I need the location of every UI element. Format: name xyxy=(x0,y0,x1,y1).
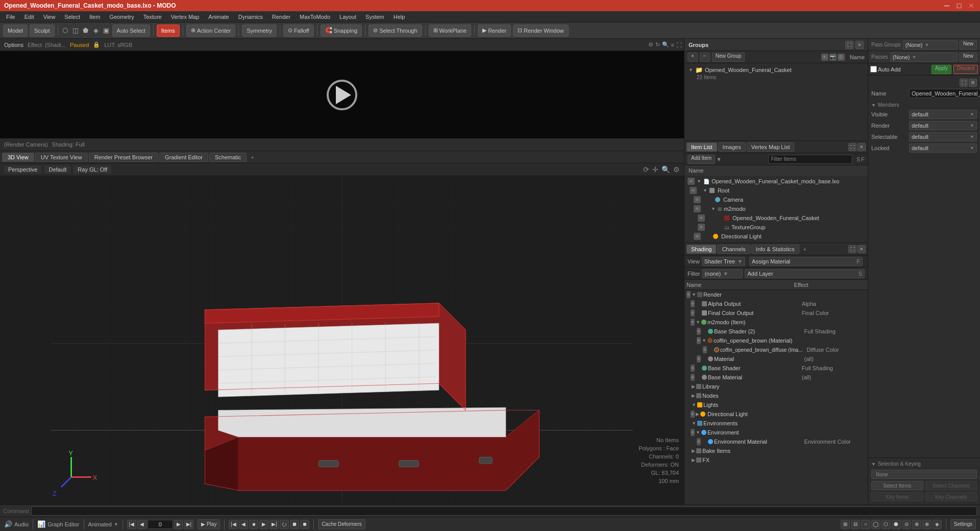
vp-look-icon[interactable]: ✛ xyxy=(652,165,658,174)
settings-btn[interactable]: Settings xyxy=(950,519,976,529)
menu-texture[interactable]: Texture xyxy=(139,13,166,21)
window-controls[interactable]: ─ □ ✕ xyxy=(942,2,976,10)
item-vis-7[interactable]: 👁 xyxy=(694,233,701,240)
shader-vis-dirlight[interactable]: 👁 xyxy=(691,411,695,418)
model-btn[interactable]: Model xyxy=(3,25,28,37)
extra-8[interactable]: ⊕ xyxy=(912,520,921,529)
render-expand-arrow[interactable]: ▼ xyxy=(692,292,696,297)
menu-vertex-map[interactable]: Vertex Map xyxy=(167,13,204,21)
filter-none-select[interactable]: (none) ▼ xyxy=(702,269,743,278)
groups-eye-3[interactable]: ⦿ xyxy=(838,54,845,61)
shader-row-library[interactable]: 👁 ▶ Library xyxy=(684,382,868,391)
go-to-end-btn[interactable]: ▶| xyxy=(184,520,193,529)
shader-row-bake[interactable]: 👁 ▶ Bake Items xyxy=(684,446,868,455)
prop-expand-all[interactable]: ⛶ xyxy=(960,79,968,87)
shader-row-alpha[interactable]: 👁 Alpha Output Alpha▼ xyxy=(684,299,868,308)
play-btn[interactable]: ▶ Play xyxy=(198,519,220,529)
shader-row-fx[interactable]: 👁 ▶ FX xyxy=(684,455,868,465)
menu-edit[interactable]: Edit xyxy=(20,13,38,21)
root-expand[interactable]: ▼ xyxy=(699,188,707,193)
transport-2[interactable]: ◀ xyxy=(239,520,248,529)
menu-select[interactable]: Select xyxy=(60,13,84,21)
shader-vis-env[interactable]: 👁 xyxy=(691,429,695,436)
shader-row-nodes[interactable]: 👁 ▶ Nodes xyxy=(684,391,868,400)
add-layer-btn[interactable]: Add Layer S xyxy=(745,269,865,278)
key-channels-btn[interactable]: Key Channels xyxy=(925,492,977,501)
render-expand-icon[interactable]: ⚙ xyxy=(648,41,653,48)
menu-geometry[interactable]: Geometry xyxy=(105,13,138,21)
tab-channels[interactable]: Channels xyxy=(717,245,750,254)
transport-6[interactable]: ⭮ xyxy=(280,520,289,529)
nodes-expand[interactable]: ▶ xyxy=(692,393,695,398)
passes-select[interactable]: (None) ▼ xyxy=(890,53,958,62)
select-items-btn[interactable]: Select Items xyxy=(871,481,923,490)
fx-expand[interactable]: ▶ xyxy=(692,457,695,463)
extra-4[interactable]: ◯ xyxy=(871,520,880,529)
extra-1[interactable]: ⊞ xyxy=(841,520,850,529)
command-input[interactable] xyxy=(31,506,977,516)
mode-icon-5[interactable]: ▣ xyxy=(102,27,110,35)
next-frame-btn[interactable]: ▶ xyxy=(174,520,183,529)
item-vis-icon[interactable]: 👁 xyxy=(688,178,695,185)
sculpt-btn[interactable]: Sculpt xyxy=(30,25,55,37)
viewport-style-label[interactable]: Default xyxy=(44,165,70,174)
menu-help[interactable]: Help xyxy=(389,13,409,21)
sel-expand[interactable]: ▼ xyxy=(871,462,876,467)
pass-groups-select[interactable]: (None) ▼ xyxy=(903,40,958,50)
shader-vis-bs[interactable]: 👁 xyxy=(691,365,695,372)
scene-expand-icon[interactable]: ▼ xyxy=(697,179,701,184)
shader-vis-base2[interactable]: 👁 xyxy=(697,328,701,335)
tab-vertex-map-list[interactable]: Vertex Map List xyxy=(747,142,795,152)
shader-row-coffin-mat[interactable]: 👁 ▼ coffin_opened_brown (Material) xyxy=(684,336,868,345)
vp-settings-icon[interactable]: ⚙ xyxy=(673,165,680,174)
filter-items-input[interactable]: Filter Items xyxy=(768,155,852,164)
auto-select-btn[interactable]: Auto Select xyxy=(112,25,150,37)
falloff-btn[interactable]: ⊙ Falloff xyxy=(283,25,314,37)
shader-row-envs[interactable]: 👁 ▼ Environments xyxy=(684,419,868,428)
shader-row-render[interactable]: 👁 ▼ Render xyxy=(684,290,868,299)
transport-5[interactable]: ▶| xyxy=(270,520,279,529)
list-item-light[interactable]: 👁 Directional Light xyxy=(685,232,867,241)
mode-icon-3[interactable]: ⬟ xyxy=(82,27,90,35)
list-item-casket[interactable]: 👁 Opened_Wooden_Funeral_Casket xyxy=(685,213,867,223)
item-add-btn[interactable]: Add Item xyxy=(688,155,715,164)
extra-5[interactable]: ⬡ xyxy=(881,520,891,529)
graph-editor-btn[interactable]: 📊 Graph Editor xyxy=(37,520,79,528)
groups-eye-1[interactable]: 👁 xyxy=(821,54,828,61)
render-window-btn[interactable]: ⊡ Render Window xyxy=(513,25,568,37)
item-vis-4[interactable]: 👁 xyxy=(694,205,701,212)
shader-vis-alpha[interactable]: 👁 xyxy=(691,300,695,307)
transport-8[interactable]: ⏺ xyxy=(300,520,309,529)
tab-info-stats[interactable]: Info & Statistics xyxy=(751,245,799,254)
extra-9[interactable]: ⊗ xyxy=(922,520,932,529)
options-label[interactable]: Options xyxy=(4,42,23,48)
menu-animate[interactable]: Animate xyxy=(204,13,233,21)
animated-btn[interactable]: Animated ▼ xyxy=(88,521,118,527)
shader-row-coffin-diff[interactable]: 👁 coffin_opened_brown_diffuse (Ima... Di… xyxy=(684,345,868,354)
vp-rotate-icon[interactable]: ⟳ xyxy=(643,165,649,174)
workplane-btn[interactable]: ⊞ WorkPlane xyxy=(429,25,472,37)
minimize-btn[interactable]: ─ xyxy=(942,2,951,10)
shader-row-dirlight[interactable]: 👁 ▶ Directional Light xyxy=(684,409,868,419)
key-items-btn[interactable]: Key Items xyxy=(871,492,923,501)
tab-render-preset[interactable]: Render Preset Browser xyxy=(89,153,158,162)
tab-3dview[interactable]: 3D View xyxy=(2,153,34,162)
tab-gradient-editor[interactable]: Gradient Editor xyxy=(159,153,208,162)
shader-row-envmat[interactable]: 👁 Environment Material Environment Color… xyxy=(684,437,868,446)
apply-btn[interactable]: Apply xyxy=(932,65,951,74)
mode-icon-1[interactable]: ⬡ xyxy=(61,27,69,35)
transport-1[interactable]: |◀ xyxy=(229,520,238,529)
selectable-select[interactable]: default ▼ xyxy=(909,132,977,141)
render-expand2-icon[interactable]: ⛶ xyxy=(676,42,682,48)
m2modo-expand2[interactable]: ▼ xyxy=(696,320,700,325)
play-button[interactable] xyxy=(327,80,357,110)
symmetry-btn[interactable]: Symmetry xyxy=(242,25,277,37)
item-add-dropdown[interactable]: ▼ xyxy=(716,156,722,162)
shader-row-basemat[interactable]: 👁 Base Material (all)▼ xyxy=(684,373,868,382)
list-item-root[interactable]: 👁 ▼ Root xyxy=(685,186,867,195)
group-expand-icon[interactable]: ▼ xyxy=(689,67,693,73)
shader-expand[interactable]: ⛶ xyxy=(848,245,856,253)
tab-shading[interactable]: Shading xyxy=(687,245,716,254)
assign-material-btn[interactable]: Assign Material F xyxy=(749,257,863,266)
tab-item-list[interactable]: Item List xyxy=(687,142,717,152)
